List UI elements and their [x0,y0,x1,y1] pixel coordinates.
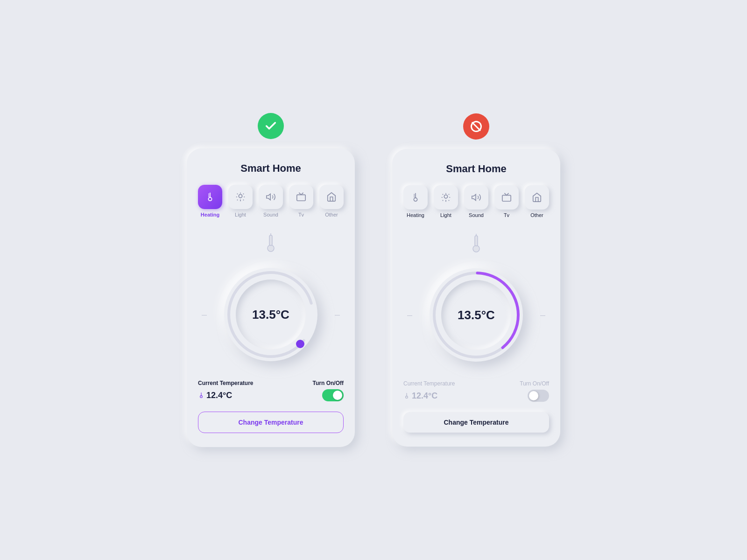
left-cat-tv[interactable]: Tv [289,185,313,217]
left-app-title: Smart Home [198,162,344,175]
left-tick-left: — [202,312,207,317]
svg-point-25 [414,198,417,201]
left-cat-sound[interactable]: Sound [259,185,283,217]
svg-point-5 [239,195,242,198]
right-dial-wrapper[interactable]: — — 13.5°C [403,259,549,371]
right-temp-toggle-row: 12.4°C [403,390,549,402]
left-arc-svg [224,268,317,361]
right-cat-tv[interactable]: Tv [494,185,519,218]
left-turn-on-off-label: Turn On/Off [313,380,344,386]
right-turn-on-off-label: Turn On/Off [520,380,549,387]
left-info-labels: Current Temperature Turn On/Off [198,380,344,386]
left-cat-sound-label: Sound [263,212,278,217]
right-toggle[interactable] [528,390,549,402]
right-app-title: Smart Home [403,163,549,175]
right-cat-other-label: Other [530,212,543,218]
svg-line-12 [237,200,238,200]
page-wrapper: Smart Home Heating [0,0,747,560]
right-cat-light[interactable]: Light [434,185,458,218]
left-toggle[interactable] [322,389,344,401]
left-cat-other[interactable]: Other [319,185,344,217]
svg-line-23 [472,123,480,130]
left-dial-outer[interactable]: 13.5°C [224,268,317,361]
svg-line-32 [443,194,443,195]
right-change-temp-button[interactable]: Change Temperature [403,412,549,433]
svg-rect-15 [297,195,305,201]
right-info-labels: Current Temperature Turn On/Off [403,380,549,387]
left-cat-heating[interactable]: Heating [198,185,222,217]
svg-marker-38 [472,195,476,201]
left-cat-heating-label: Heating [201,212,219,217]
svg-line-13 [243,194,244,194]
left-badge [258,113,284,139]
svg-rect-42 [475,236,478,246]
svg-point-29 [444,195,447,198]
left-tick-right: — [335,312,340,317]
svg-line-33 [449,200,449,201]
left-cat-light-label: Light [235,212,246,217]
left-dial-handle[interactable] [296,340,304,348]
left-temp-toggle-row: 12.4°C [198,389,344,401]
svg-line-37 [449,194,449,195]
left-thermo-icon [198,231,344,254]
right-cat-heating[interactable]: Heating [403,185,428,218]
left-phone-column: Smart Home Heating [187,113,355,447]
right-dial-outer[interactable]: 13.5°C [430,268,523,362]
right-temp-value: 12.4°C [403,391,437,401]
left-categories: Heating [198,185,344,217]
right-cat-tv-label: Tv [504,212,509,218]
right-phone-card: Smart Home Heating [392,149,560,447]
right-cat-sound[interactable]: Sound [464,185,488,218]
right-categories: Heating [403,185,549,218]
svg-point-21 [200,396,203,398]
svg-point-46 [406,396,408,399]
right-cat-sound-label: Sound [469,212,484,218]
left-cat-light[interactable]: Light [228,185,253,217]
svg-rect-39 [502,195,511,201]
right-thermo-icon [403,232,549,254]
left-current-temp-label: Current Temperature [198,380,253,386]
left-cat-other-label: Other [325,212,338,217]
left-change-temp-button[interactable]: Change Temperature [198,412,344,433]
left-dial-wrapper[interactable]: — — 13.5°C [198,259,344,371]
left-temp-value: 12.4°C [198,391,232,400]
left-cat-tv-label: Tv [298,212,304,217]
right-tick-left: — [407,312,412,318]
svg-point-1 [208,197,211,201]
right-cat-heating-label: Heating [407,212,424,218]
right-toggle-knob [529,391,538,400]
left-toggle-knob [333,391,342,400]
svg-line-8 [237,194,238,194]
svg-line-36 [443,200,443,201]
right-cat-other[interactable]: Other [525,185,549,218]
left-phone-card: Smart Home Heating [187,148,355,447]
right-cat-light-label: Light [440,212,451,218]
right-tick-right: — [540,312,545,318]
svg-marker-14 [267,194,270,200]
svg-point-17 [268,245,274,252]
right-current-temp-label: Current Temperature [403,380,455,387]
right-phone-column: Smart Home Heating [392,113,560,447]
right-badge [463,113,489,140]
svg-line-9 [243,200,244,200]
svg-point-41 [473,245,479,252]
svg-rect-18 [269,235,272,245]
right-arc-svg [430,268,523,362]
